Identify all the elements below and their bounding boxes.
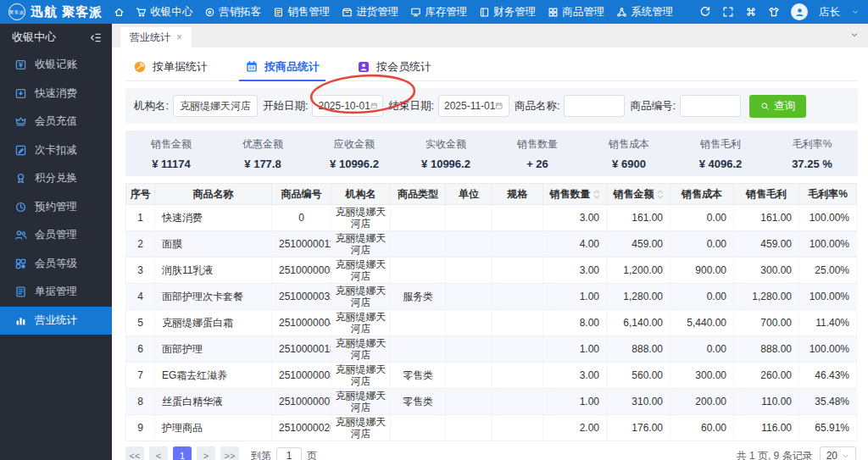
clothes-icon[interactable] [768,6,780,18]
menu-collapse-icon[interactable] [89,31,102,44]
cell-r0-c5 [446,205,492,231]
column-header-4[interactable]: 商品类型 [391,184,446,205]
tab-0[interactable]: 按单据统计 [127,53,214,80]
cell-r4-c3: 克丽缇娜天河店 [331,310,391,336]
topbar-menu-item-3[interactable]: 进货管理 [342,5,398,19]
summary-cell-4: 销售数量 + 26 [492,137,583,170]
window-tab-business-stats[interactable]: 营业统计 × [120,27,192,47]
search-button[interactable]: 查询 [749,95,806,118]
topbar-menu-item-0[interactable]: 收银中心 [136,5,192,19]
appointment-icon [14,201,27,213]
tab-2[interactable]: 按会员统计 [351,53,437,80]
summary-cell-7: 毛利率% 37.25 % [766,137,858,170]
home-icon[interactable] [114,7,125,18]
end-date-input[interactable]: 2025-11-01 [438,95,509,117]
sidebar-item-1[interactable]: 快速消费 [0,80,112,108]
topbar-menu-item-7[interactable]: 系统管理 [616,5,673,19]
column-header-3[interactable]: 机构名 [331,184,391,205]
cell-r2-c0: 3 [126,258,155,284]
inventory-icon [410,7,421,18]
table-row[interactable]: 4面部护理次卡套餐2510000032克丽缇娜天河店服务类1.001,280.0… [126,284,857,310]
cell-r1-c6 [492,231,543,258]
sidebar-item-4[interactable]: 积分兑换 [0,164,112,193]
topbar-menu-item-6[interactable]: 商品管理 [548,5,604,19]
table-row[interactable]: 5克丽缇娜蛋白霜2510000004克丽缇娜天河店8.006,140.005,4… [126,310,857,336]
table-row[interactable]: 3润肤11乳液2510000005克丽缇娜天河店3.001,200.00900.… [126,258,857,284]
sidebar-item-0[interactable]: 收银记账 [0,51,112,80]
sidebar-item-6[interactable]: 会员管理 [0,221,112,250]
table-row[interactable]: 9护理商品2510000026克丽缇娜天河店2.00176.0060.00116… [126,415,857,441]
sidebar-item-5[interactable]: 预约管理 [0,193,112,222]
column-header-9[interactable]: 销售成本 [670,184,734,205]
cell-r8-c4 [391,415,446,441]
cell-r1-c0: 2 [126,231,155,258]
command-icon[interactable] [745,6,757,18]
column-header-10[interactable]: 销售毛利 [734,184,799,205]
column-header-6[interactable]: 规格 [492,184,543,205]
tab-1[interactable]: 按商品统计 [239,53,326,80]
column-header-7[interactable]: 销售数量 [543,184,607,205]
sidebar-menu: 收银记账 快速消费 会员充值 次卡扣减 积分兑换 预约管理 会员管理 会员等级 … [0,51,112,335]
cell-r6-c4: 零售类 [391,363,446,389]
cell-r0-c0: 1 [126,205,155,231]
cell-r1-c5 [446,231,492,258]
start-date-input[interactable]: 2025-10-01 [312,95,383,117]
cell-r8-c6 [492,415,543,441]
cell-r4-c6 [492,310,543,336]
cell-r8-c0: 9 [126,415,155,441]
column-header-2[interactable]: 商品编号 [272,184,331,205]
table-row[interactable]: 1快速消费0克丽缇娜天河店3.00161.000.00161.00100.00% [126,205,857,231]
summary-cell-0: 销售金额 ¥ 11174 [125,137,217,170]
table-row[interactable]: 8丝蛋白精华液2510000007克丽缇娜天河店零售类1.00310.00200… [126,389,857,415]
cell-r2-c10: 300.00 [734,258,799,284]
sort-icon[interactable] [657,189,664,200]
user-role-label[interactable]: 店长 [819,5,840,19]
avatar[interactable] [791,3,808,20]
refresh-icon[interactable] [699,6,711,18]
page-next-button[interactable]: > [197,446,215,460]
topbar-menu-item-4[interactable]: 库存管理 [410,5,467,19]
sidebar-item-2[interactable]: 会员充值 [0,108,112,136]
cell-r7-c3: 克丽缇娜天河店 [331,389,391,415]
page-size-select[interactable]: 20 [820,446,856,460]
sidebar-item-9[interactable]: 营业统计 [0,307,112,335]
topbar: 聚客派 迅航 聚客派 收银中心 营销拓客 销售管理 进货管理 库存管理 财务管理… [0,0,868,24]
sidebar-item-3[interactable]: 次卡扣减 [0,136,112,165]
topbar-menu-item-2[interactable]: 销售管理 [273,5,330,19]
page-number-button[interactable]: 1 [173,446,192,460]
table-row[interactable]: 2面膜2510000011克丽缇娜天河店4.00459.000.00459.00… [126,231,857,258]
column-header-8[interactable]: 销售金额 [607,184,670,205]
table-header-row: 序号 商品名称 商品编号 机构名 商品类型 单位 规格 销售数量 销售金额 销售… [126,184,857,205]
topbar-menu-item-5[interactable]: 财务管理 [479,5,536,19]
product-name-input[interactable] [564,95,625,117]
product-code-input[interactable] [680,95,741,117]
topbar-menu-item-1[interactable]: 营销拓客 [204,5,261,19]
cell-r0-c7: 3.00 [543,205,607,231]
close-tab-icon[interactable]: × [176,32,182,42]
fullscreen-icon[interactable] [722,6,734,18]
caret-down-icon [842,452,849,460]
tab-strip-chevron-down-icon[interactable] [849,30,860,40]
goto-page-input[interactable] [276,447,302,460]
sidebar-header: 收银中心 [0,24,112,51]
summary-cell-6: 销售毛利 ¥ 4096.2 [675,137,766,170]
sidebar-item-8[interactable]: 单据管理 [0,278,112,307]
org-select[interactable]: 克丽缇娜天河店 [173,95,258,117]
page-prev-button[interactable]: < [149,446,168,460]
column-header-1[interactable]: 商品名称 [155,184,272,205]
table-row[interactable]: 6面部护理2510000018克丽缇娜天河店1.00888.000.00888.… [126,336,857,363]
pagination-bar: << < 1 > >> 到第 页 共 1 页, 9 条记录 20 [125,446,856,460]
column-header-11[interactable]: 毛利率% [799,184,857,205]
page-last-button[interactable]: >> [220,446,239,460]
chevron-down-icon[interactable] [851,8,860,16]
goods-icon [548,7,559,18]
stats-tabs: 按单据统计 按商品统计 按会员统计 [125,53,858,81]
cell-r2-c2: 2510000005 [272,258,331,284]
column-header-0[interactable]: 序号 [126,184,155,205]
column-header-5[interactable]: 单位 [446,184,492,205]
cell-r6-c7: 3.00 [543,363,607,389]
sidebar-item-7[interactable]: 会员等级 [0,250,112,279]
table-row[interactable]: 7EG霜去红滋养2510000008克丽缇娜天河店零售类3.00560.0030… [126,363,857,389]
page-first-button[interactable]: << [125,446,144,460]
sort-icon[interactable] [593,189,600,200]
